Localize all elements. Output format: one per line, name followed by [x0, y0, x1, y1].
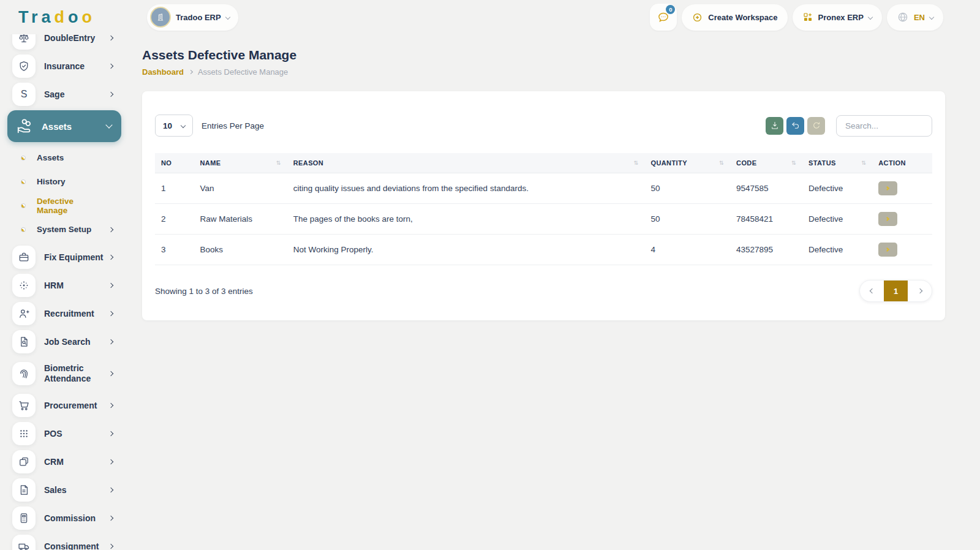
bullet-icon: [21, 227, 26, 232]
page-1-button[interactable]: 1: [884, 281, 908, 301]
row-action-button[interactable]: [878, 181, 897, 195]
cart-icon: [12, 394, 36, 417]
chevron-right-icon: [108, 283, 113, 288]
sidebar-subitem-defective-manage[interactable]: Defective Manage: [12, 194, 129, 217]
create-workspace-label: Create Workspace: [708, 13, 777, 22]
sidebar-item-insurance[interactable]: Insurance: [12, 53, 129, 80]
sidebar-item-commission[interactable]: Commission: [12, 505, 129, 532]
column-header-reason: REASON: [293, 159, 323, 167]
target-dots-icon: [12, 274, 36, 297]
sidebar-item-consignment[interactable]: Consignment: [12, 533, 129, 550]
entries-per-page-value: 10: [163, 121, 172, 130]
sidebar-item-assets[interactable]: Assets: [7, 110, 121, 142]
toolbox-icon: [12, 246, 36, 269]
sidebar-subitem-system-setup[interactable]: System Setup: [12, 217, 129, 241]
calculator-icon: [12, 507, 36, 530]
cell-no: 1: [155, 173, 194, 204]
undo-button[interactable]: [786, 117, 804, 135]
sidebar-item-hrm[interactable]: HRM: [12, 272, 129, 299]
chevron-down-icon: [105, 121, 112, 128]
sort-icon[interactable]: ⇅: [719, 160, 724, 166]
erp-switcher-label: Pronex ERP: [818, 13, 864, 22]
fingerprint-icon: [12, 362, 36, 385]
plus-circle-icon: [692, 12, 703, 23]
column-header-code: CODE: [736, 159, 756, 167]
cell-name: Books: [194, 235, 287, 265]
cell-name: Van: [194, 173, 287, 204]
row-action-button[interactable]: [878, 243, 897, 257]
sidebar-item-recruitment[interactable]: Recruitment: [12, 300, 129, 327]
column-header-action: ACTION: [878, 159, 906, 167]
sidebar-item-sage[interactable]: S Sage: [12, 81, 129, 108]
breadcrumb: Dashboard Assets Defective Manage: [142, 67, 945, 77]
assets-submenu: Assets History Defective Manage System S…: [12, 146, 129, 241]
table-row: 1 Van citing quality issues and deviatio…: [155, 173, 932, 204]
table-row: 2 Raw Materials The pages of the books a…: [155, 204, 932, 235]
sidebar-subitem-assets[interactable]: Assets: [12, 146, 129, 170]
hand-coins-icon: [16, 117, 34, 135]
sidebar-item-fix-equipment[interactable]: Fix Equipment: [12, 244, 129, 271]
export-download-button[interactable]: [766, 117, 783, 135]
sort-icon[interactable]: ⇅: [276, 160, 281, 166]
cell-no: 3: [155, 235, 194, 265]
create-workspace-button[interactable]: Create Workspace: [682, 4, 787, 31]
table-row: 3 Books Not Working Properly. 4 43527895…: [155, 235, 932, 265]
row-action-button[interactable]: [878, 212, 897, 226]
main-content: Assets Defective Manage Dashboard Assets…: [142, 34, 945, 320]
breadcrumb-current: Assets Defective Manage: [198, 67, 288, 77]
sidebar-item-biometric-attendance[interactable]: Biometric Attendance: [12, 356, 129, 391]
chat-button[interactable]: 0: [650, 4, 677, 31]
sidebar-item-crm[interactable]: CRM: [12, 448, 129, 475]
truck-icon: [12, 535, 36, 550]
arrow-right-icon: [885, 217, 889, 221]
breadcrumb-dashboard-link[interactable]: Dashboard: [142, 67, 184, 77]
refresh-button[interactable]: [807, 117, 825, 135]
bullet-icon: [21, 203, 26, 208]
bullet-icon: [21, 179, 26, 184]
chevron-right-icon: [108, 459, 113, 464]
sort-icon[interactable]: ⇅: [791, 160, 796, 166]
cell-code: 9547585: [730, 173, 802, 204]
table-controls: 10 Entries Per Page: [155, 115, 932, 137]
chat-badge: 0: [666, 5, 675, 14]
next-page-button[interactable]: [908, 281, 932, 301]
sort-icon[interactable]: ⇅: [861, 160, 866, 166]
workspace-label: Tradoo ERP: [176, 13, 221, 22]
logo-part: o: [68, 8, 82, 26]
chevron-right-icon: [108, 544, 113, 549]
entries-per-page-select[interactable]: 10: [155, 115, 193, 137]
chevron-down-icon: [868, 15, 873, 20]
sidebar-item-doubleentry[interactable]: DoubleEntry: [12, 34, 129, 51]
cell-status: Defective: [802, 204, 872, 235]
workspace-avatar-icon: [150, 7, 171, 28]
sidebar-item-sales[interactable]: Sales: [12, 477, 129, 503]
sidebar-item-job-search[interactable]: Job Search: [12, 328, 129, 355]
arrow-right-icon: [885, 186, 889, 190]
chevron-right-icon: [108, 339, 113, 344]
scales-icon: [12, 34, 36, 50]
sidebar-item-pos[interactable]: POS: [12, 420, 129, 447]
workspace-selector[interactable]: Tradoo ERP: [147, 4, 238, 31]
sidebar-subitem-history[interactable]: History: [12, 170, 129, 194]
language-label: EN: [914, 13, 925, 22]
chevron-right-icon: [108, 36, 113, 40]
prev-page-button[interactable]: [860, 281, 884, 301]
logo-part: Tra: [18, 8, 55, 26]
arrow-right-icon: [885, 247, 889, 252]
pagination: 1: [859, 280, 932, 302]
search-input[interactable]: [836, 115, 932, 137]
table-card: 10 Entries Per Page NO NAME⇅ REASON⇅: [142, 91, 945, 320]
table-footer: Showing 1 to 3 of 3 entries 1: [155, 280, 932, 302]
sidebar-item-procurement[interactable]: Procurement: [12, 392, 129, 419]
defective-assets-table: NO NAME⇅ REASON⇅ QUANTITY⇅ CODE⇅ STATUS⇅…: [155, 153, 932, 265]
sort-icon[interactable]: ⇅: [634, 160, 639, 166]
erp-switcher[interactable]: Pronex ERP: [793, 4, 882, 31]
user-plus-icon: [12, 302, 36, 325]
refresh-icon: [812, 121, 821, 130]
column-header-status: STATUS: [809, 159, 836, 167]
globe-icon: [897, 11, 909, 23]
chevron-right-icon: [108, 371, 113, 376]
language-selector[interactable]: EN: [887, 4, 943, 31]
cell-status: Defective: [802, 235, 872, 265]
bullet-icon: [21, 156, 26, 160]
